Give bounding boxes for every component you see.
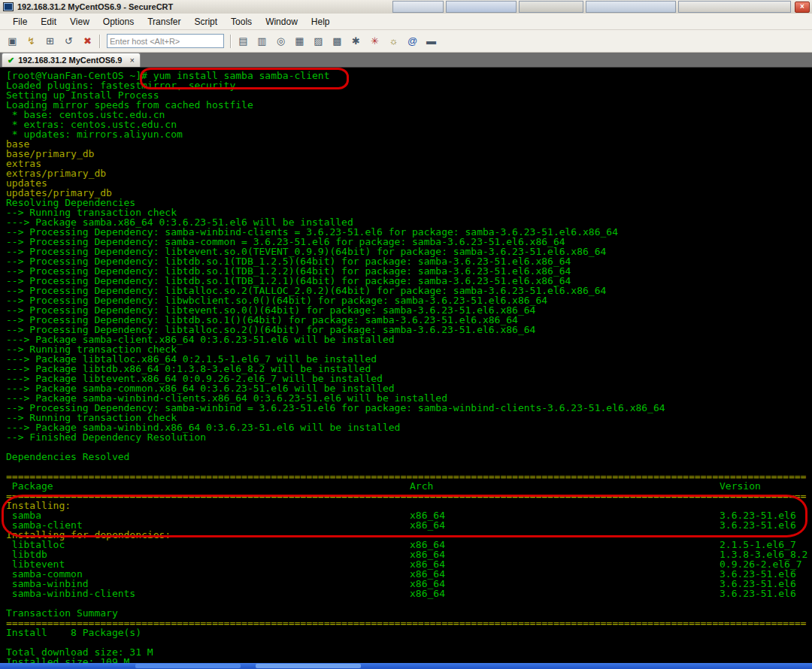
toolbar-group-right: ▤▥◎▦▨▩✱✳☼@▬ [235,33,440,50]
menu-item-view[interactable]: View [63,14,96,29]
terminal-line: extras/primary_db [6,168,812,178]
print-setup-icon[interactable]: ▩ [329,33,346,50]
background-window-fragment [446,1,517,13]
connect-in-tab-icon[interactable]: ⊞ [41,33,59,50]
connect-icon[interactable]: ▣ [4,33,21,50]
tab-close-icon[interactable]: × [129,56,134,65]
securecrt-app-icon [3,2,14,11]
disconnect-icon[interactable]: ✖ [79,33,96,50]
terminal-line: base/primary_db [6,149,812,159]
terminal-line: updates [6,178,812,188]
terminal-line: Installed size: 109 M [6,657,812,663]
terminal[interactable]: [root@YuanFan-CentOS ~]# yum install sam… [0,68,812,663]
terminal-line [6,598,812,608]
terminal-line: libtallocx86_642.1.5-1.el6_7 [6,540,812,549]
menu-item-options[interactable]: Options [96,14,141,29]
terminal-line: ========================================… [6,491,812,501]
quick-connect-icon[interactable]: ↯ [23,33,40,50]
menu-item-tools[interactable]: Tools [224,14,259,29]
keymap-icon[interactable]: ▬ [423,33,440,50]
print-preview-icon[interactable]: ▨ [310,33,327,50]
menu-item-file[interactable]: File [6,14,34,29]
background-window-fragment [678,1,791,13]
terminal-line: * updates: mirrors.aliyun.com [6,129,812,139]
connected-check-icon: ✔ [8,56,14,65]
session-tab[interactable]: ✔ 192.168.31.2 MyCentOS6.9 × [2,53,141,67]
terminal-line: base [6,139,812,149]
terminal-line: samba-commonx86_643.6.23-51.el6 [6,569,812,579]
web-help-icon[interactable]: @ [404,33,421,50]
background-window-fragments [392,1,791,12]
terminal-line: libteventx86_640.9.26-2.el6_7 [6,559,812,569]
terminal-line: sambax86_643.6.23-51.el6 [6,510,812,520]
terminal-line: Installing for dependencies: [6,530,812,540]
print-icon[interactable]: ▦ [291,33,308,50]
menu-item-window[interactable]: Window [259,14,304,29]
terminal-line: extras [6,159,812,168]
menu-item-transfer[interactable]: Transfer [141,14,187,29]
terminal-line: --> Finished Dependency Resolution [6,432,812,442]
menu-item-edit[interactable]: Edit [34,14,63,29]
background-window-fragment [519,1,583,13]
run-script-icon[interactable]: ✳ [366,33,383,50]
toolbar-group-left: ▣↯⊞↺✖ [4,33,96,50]
toolbar-separator [99,35,101,48]
host-input[interactable] [107,34,224,48]
taskbar-strip [0,663,812,669]
menu-bar: FileEditViewOptionsTransferScriptToolsWi… [0,14,812,30]
find-icon[interactable]: ◎ [272,33,289,50]
terminal-line: Install 8 Package(s) [6,628,812,637]
menu-item-help[interactable]: Help [304,14,337,29]
copy-icon[interactable]: ▤ [235,33,252,50]
terminal-line: libtdbx86_641.3.8-3.el6_8.2 [6,549,812,559]
terminal-output: [root@YuanFan-CentOS ~]# yum install sam… [6,71,812,663]
window-title: 192.168.31.2 MyCentOS6.9 - SecureCRT [17,2,173,11]
close-button[interactable]: × [795,2,810,13]
session-options-icon[interactable]: ✱ [347,33,365,50]
toolbar: ▣↯⊞↺✖ ▤▥◎▦▨▩✱✳☼@▬ [0,30,812,53]
menu-item-script[interactable]: Script [187,14,224,29]
terminal-line: ========================================… [6,471,812,481]
light-bulb-icon[interactable]: ☼ [385,33,402,50]
terminal-line: samba-winbind-clientsx86_643.6.23-51.el6 [6,589,812,598]
terminal-line: Installing: [6,501,812,510]
session-tab-bar: ✔ 192.168.31.2 MyCentOS6.9 × [0,53,812,68]
background-window-fragment [586,1,676,13]
paste-icon[interactable]: ▥ [253,33,271,50]
securecrt-window: 192.168.31.2 MyCentOS6.9 - SecureCRT × F… [0,0,812,669]
background-window-fragment [392,1,444,13]
session-tab-label: 192.168.31.2 MyCentOS6.9 [18,56,122,65]
title-bar: 192.168.31.2 MyCentOS6.9 - SecureCRT × [0,0,812,14]
terminal-line: Dependencies Resolved [6,452,812,462]
reconnect-icon[interactable]: ↺ [60,33,77,50]
toolbar-separator [230,35,232,48]
